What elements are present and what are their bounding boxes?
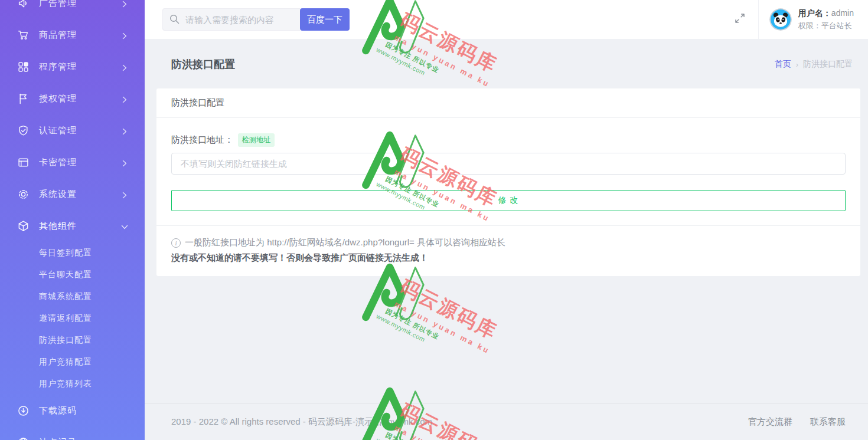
- shield-check-icon: [18, 125, 29, 136]
- sidebar-subitem-flood-api[interactable]: 防洪接口配置: [0, 329, 145, 351]
- chevron-right-icon: [121, 95, 128, 102]
- sidebar-item-cert-manage[interactable]: 认证管理: [0, 114, 145, 146]
- field-label: 防洪接口地址：: [171, 134, 233, 146]
- topbar-right: 用户名：admin 权限：平台站长: [722, 0, 868, 39]
- page-title: 防洪接口配置: [156, 57, 235, 71]
- username-label: 用户名：: [798, 8, 831, 18]
- breadcrumb-separator-icon: ›: [796, 60, 798, 69]
- sidebar-item-label: 站点记录: [39, 437, 128, 440]
- sidebar-item-site-record[interactable]: 站点记录: [0, 426, 145, 440]
- sidebar-subitem-mall-system[interactable]: 商城系统配置: [0, 285, 145, 307]
- subitem-label: 用户竞猜配置: [39, 357, 92, 367]
- avatar: [769, 8, 792, 31]
- chevron-right-icon: [121, 191, 128, 198]
- sidebar-item-program-manage[interactable]: 程序管理: [0, 51, 145, 83]
- chevron-down-icon: [121, 222, 128, 229]
- flag-icon: [18, 93, 29, 104]
- fullscreen-button[interactable]: [722, 0, 758, 39]
- sidebar-subitem-invite-rebate[interactable]: 邀请返利配置: [0, 307, 145, 329]
- chevron-right-icon: [121, 63, 128, 70]
- card-title: 防洪接口配置: [156, 88, 860, 118]
- subitem-label: 平台聊天配置: [39, 270, 92, 280]
- sidebar-item-goods-manage[interactable]: 商品管理: [0, 19, 145, 51]
- subitem-label: 防洪接口配置: [39, 335, 92, 346]
- breadcrumb: 首页 › 防洪接口配置: [775, 59, 853, 70]
- grid-icon: [18, 61, 29, 73]
- sidebar-subitem-daily-signin[interactable]: 每日签到配置: [0, 242, 145, 264]
- sidebar-item-label: 系统设置: [39, 189, 121, 200]
- config-card: 防洪接口配置 防洪接口地址： 检测地址 修 改 i 一般防红接口地址为 http…: [156, 88, 860, 276]
- chevron-right-icon: [121, 0, 128, 6]
- search-input[interactable]: [162, 8, 300, 31]
- sidebar-item-label: 认证管理: [39, 125, 121, 136]
- cube-icon: [18, 221, 29, 232]
- main-area: 百度一下: [145, 0, 868, 440]
- official-group-link[interactable]: 官方交流群: [748, 416, 792, 428]
- info-text: 一般防红接口地址为 http://防红网站域名/dwz.php?longurl=…: [185, 237, 505, 248]
- app-window: 广告管理 商品管理 程序管理: [0, 0, 868, 440]
- chevron-right-icon: [121, 127, 128, 134]
- search-bar: 百度一下: [162, 8, 350, 31]
- sidebar-item-system-settings[interactable]: 系统设置: [0, 178, 145, 210]
- username-value: admin: [831, 8, 854, 18]
- modify-button[interactable]: 修 改: [171, 190, 846, 211]
- search-icon: [169, 14, 180, 25]
- sidebar-subitem-user-guess-config[interactable]: 用户竞猜配置: [0, 351, 145, 373]
- chevron-right-icon: [121, 31, 128, 38]
- contact-support-link[interactable]: 联系客服: [810, 416, 846, 428]
- download-icon: [18, 405, 29, 416]
- user-info: 用户名：admin 权限：平台站长: [798, 8, 854, 31]
- gear-icon: [18, 189, 29, 200]
- sidebar-item-label: 下载源码: [39, 405, 128, 416]
- page-header: 防洪接口配置 首页 › 防洪接口配置: [156, 57, 853, 71]
- sidebar-item-label: 程序管理: [39, 61, 121, 73]
- sidebar-menu: 广告管理 商品管理 程序管理: [0, 0, 145, 440]
- role-value: 平台站长: [821, 21, 852, 30]
- breadcrumb-current: 防洪接口配置: [803, 59, 853, 70]
- cart-icon: [18, 29, 29, 41]
- sidebar-item-label: 授权管理: [39, 93, 121, 104]
- sidebar-item-other-components[interactable]: 其他组件: [0, 210, 145, 242]
- chevron-right-icon: [121, 159, 128, 166]
- fullscreen-icon: [735, 13, 745, 26]
- flood-api-address-input[interactable]: [171, 153, 846, 175]
- card-icon: [18, 157, 29, 168]
- role-label: 权限：: [798, 21, 821, 30]
- baidu-search-button[interactable]: 百度一下: [300, 8, 350, 31]
- sidebar-subitem-platform-chat[interactable]: 平台聊天配置: [0, 264, 145, 285]
- sidebar-item-label: 商品管理: [39, 29, 121, 41]
- footer: 2019 - 2022 © All rights reserved - 码云源码…: [145, 403, 868, 440]
- subitem-label: 每日签到配置: [39, 248, 92, 258]
- sidebar-item-label: 其他组件: [39, 221, 121, 232]
- speaker-icon: [18, 0, 29, 9]
- sidebar-item-ad-manage[interactable]: 广告管理: [0, 0, 145, 19]
- info-icon: i: [171, 238, 181, 248]
- warning-text: 没有或不知道的请不要填写！否则会导致推广页面链接无法生成！: [171, 252, 846, 264]
- sidebar-item-label: 广告管理: [39, 0, 121, 9]
- card-body: 防洪接口地址： 检测地址 修 改: [156, 118, 860, 225]
- sidebar-item-auth-manage[interactable]: 授权管理: [0, 83, 145, 114]
- subitem-label: 邀请返利配置: [39, 313, 92, 324]
- subitem-label: 用户竞猜列表: [39, 379, 92, 389]
- copyright-text: 2019 - 2022 © All rights reserved - 码云源码…: [171, 416, 432, 428]
- user-menu[interactable]: 用户名：admin 权限：平台站长: [759, 0, 868, 39]
- topbar: 百度一下: [145, 0, 868, 39]
- card-info-section: i 一般防红接口地址为 http://防红网站域名/dwz.php?longur…: [156, 225, 860, 276]
- globe-icon: [18, 437, 29, 440]
- sidebar: 广告管理 商品管理 程序管理: [0, 0, 145, 440]
- sidebar-item-download-source[interactable]: 下载源码: [0, 395, 145, 426]
- footer-links: 官方交流群 联系客服: [748, 416, 846, 428]
- sidebar-subitem-user-guess-list[interactable]: 用户竞猜列表: [0, 373, 145, 395]
- check-address-badge[interactable]: 检测地址: [238, 133, 275, 147]
- breadcrumb-home-link[interactable]: 首页: [775, 59, 791, 70]
- sidebar-item-cardkey-manage[interactable]: 卡密管理: [0, 146, 145, 178]
- subitem-label: 商城系统配置: [39, 291, 92, 302]
- sidebar-item-label: 卡密管理: [39, 157, 121, 168]
